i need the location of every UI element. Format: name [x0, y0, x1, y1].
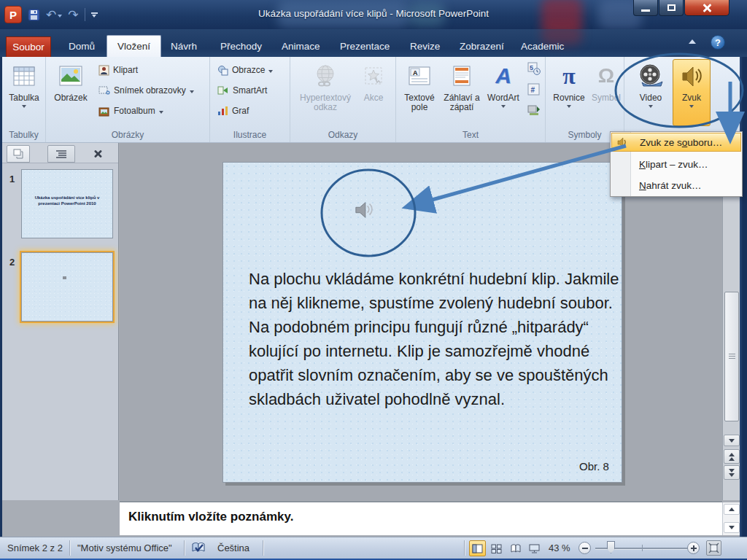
slide-sorter-view-button[interactable] [488, 540, 505, 556]
restore-button[interactable] [659, 0, 684, 16]
scrollbar-thumb[interactable] [724, 292, 739, 421]
wordart-button[interactable]: A WordArt [484, 59, 523, 126]
dropdown-arrow-icon [190, 90, 194, 93]
tab-slides[interactable] [7, 145, 30, 163]
zahlavi-zapati-button[interactable]: Záhlaví a zápatí [441, 59, 482, 126]
tabulka-button[interactable]: Tabulka [5, 59, 43, 126]
undo-dropdown-arrow-icon[interactable] [58, 15, 62, 18]
tab-soubor[interactable]: Soubor [6, 36, 51, 57]
tab-vlozeni[interactable]: Vložení [107, 35, 161, 57]
group-symboly: π Rovnice Ω Symbol Symboly [546, 57, 624, 142]
dropdown-arrow-icon [689, 105, 694, 108]
shapes-icon [217, 65, 228, 76]
reading-view-button[interactable] [507, 540, 524, 556]
video-button[interactable]: Video [630, 59, 671, 126]
close-button[interactable] [684, 0, 729, 16]
powerpoint-logo-icon[interactable]: P [4, 6, 22, 23]
menu-item-zvuk-ze-souboru[interactable]: Zvuk ze souboru… [611, 133, 741, 152]
zoom-slider-thumb[interactable] [607, 541, 615, 553]
slide-1-thumbnail-text: Ukázka uspořádání více klipů v prezentac… [26, 195, 108, 206]
tab-prezentace[interactable]: Prezentace [330, 35, 400, 57]
slide-2-thumbnail[interactable] [21, 252, 113, 322]
tab-domu[interactable]: Domů [58, 35, 105, 57]
window-title: Ukázka uspořádání více klipů - Microsoft… [191, 8, 556, 19]
rovnice-button[interactable]: π Rovnice [549, 59, 589, 126]
klipart-button[interactable]: Klipart [96, 61, 138, 79]
tab-navrh[interactable]: Návrh [160, 35, 207, 57]
customize-qat-button[interactable] [91, 12, 98, 18]
normal-view-button[interactable] [469, 540, 486, 556]
fotoalbum-button[interactable]: Fotoalbum [96, 102, 163, 120]
graf-button[interactable]: Graf [214, 102, 249, 120]
cislo-snimku-button[interactable]: # [525, 80, 540, 98]
help-button[interactable]: ? [711, 35, 725, 50]
slide-1-thumbnail[interactable]: Ukázka uspořádání více klipů v prezentac… [21, 169, 113, 238]
notes-placeholder[interactable]: Kliknutím vložíte poznámky. [128, 510, 293, 524]
zoom-out-button[interactable] [578, 542, 591, 554]
zoom-level[interactable]: 43 % [549, 542, 570, 553]
tab-revize[interactable]: Revize [400, 35, 450, 57]
datum-cas-button[interactable]: 5 [525, 60, 541, 77]
close-icon [702, 3, 712, 13]
powerpoint-window: P ↶ ↷ Ukázka uspořádání více klipů - Mic… [0, 0, 747, 560]
notes-pane[interactable]: Kliknutím vložíte poznámky. [120, 501, 722, 535]
svg-text:A: A [413, 69, 418, 77]
slide-speaker-icon[interactable] [353, 201, 375, 219]
undo-button[interactable]: ↶ [46, 9, 62, 21]
minimize-ribbon-button[interactable] [689, 39, 696, 44]
tab-academic[interactable]: Academic [511, 35, 574, 57]
ribbon: Tabulka Tabulky Obrázek Klipart Snímek o… [2, 57, 740, 143]
symbol-icon: Ω [598, 64, 614, 88]
smartart-button[interactable]: SmartArt [214, 82, 267, 99]
snimek-obrazovky-button[interactable]: Snímek obrazovky [96, 82, 194, 99]
status-divider [263, 540, 263, 556]
save-button[interactable] [28, 9, 40, 21]
slide-2-number: 2 [9, 257, 15, 268]
audio-file-icon [616, 136, 628, 148]
wordart-icon: A [495, 63, 511, 88]
next-slide-button[interactable] [724, 465, 740, 480]
photo-album-icon [98, 106, 110, 117]
svg-text:5: 5 [530, 64, 533, 71]
symbol-button: Ω Symbol [589, 59, 623, 126]
theme-name[interactable]: "Motiv systému Office" [77, 542, 172, 553]
scroll-down-button[interactable] [724, 435, 740, 446]
language-indicator[interactable]: Čeština [217, 542, 249, 553]
group-label: Ilustrace [210, 130, 290, 140]
group-obrazky: Obrázek Klipart Snímek obrazovky Fotoalb… [46, 57, 210, 142]
group-label: Tabulky [2, 130, 45, 140]
slideshow-icon [529, 544, 540, 553]
slide-number-icon: # [527, 83, 540, 96]
previous-slide-button[interactable] [724, 449, 740, 464]
tab-zobrazeni[interactable]: Zobrazení [449, 35, 514, 57]
slide-body-text[interactable]: Na plochu vkládáme konkrétní hudební kli… [249, 267, 619, 411]
obrazek-button[interactable]: Obrázek [50, 59, 92, 126]
textove-pole-button[interactable]: A Textové pole [399, 59, 440, 126]
minimize-button[interactable] [633, 0, 658, 16]
tab-animace[interactable]: Animace [271, 35, 330, 57]
notes-scroll-up-button[interactable] [724, 504, 740, 515]
redo-button[interactable]: ↷ [68, 9, 78, 21]
menu-item-nahrat-zvuk[interactable]: Nahrát zvuk… [611, 176, 741, 195]
tab-prechody[interactable]: Přechody [210, 35, 272, 57]
obrazce-button[interactable]: Obrazce [214, 61, 273, 79]
reading-view-icon [510, 544, 522, 553]
objekt-button[interactable] [525, 101, 541, 118]
spellcheck-button[interactable] [191, 541, 206, 556]
fit-to-window-button[interactable] [706, 540, 721, 556]
notes-scrollbar[interactable] [722, 502, 740, 535]
menu-item-klipart-zvuk[interactable]: Klipart – zvuk… [611, 155, 741, 174]
restore-icon [667, 4, 676, 11]
tab-outline[interactable] [47, 145, 75, 163]
header-footer-icon [453, 62, 471, 90]
status-divider [464, 540, 465, 556]
zoom-in-button[interactable] [687, 542, 700, 554]
zvuk-button[interactable]: Zvuk [673, 59, 711, 126]
slideshow-view-button[interactable] [526, 540, 543, 556]
close-panel-button[interactable] [84, 145, 112, 163]
group-text: A Textové pole Záhlaví a zápatí A WordAr… [396, 57, 546, 142]
minus-icon [582, 548, 588, 549]
slide-canvas[interactable]: Na plochu vkládáme konkrétní hudební kli… [222, 162, 622, 483]
slide-indicator: Snímek 2 z 2 [7, 542, 63, 553]
notes-scroll-down-button[interactable] [724, 522, 740, 533]
